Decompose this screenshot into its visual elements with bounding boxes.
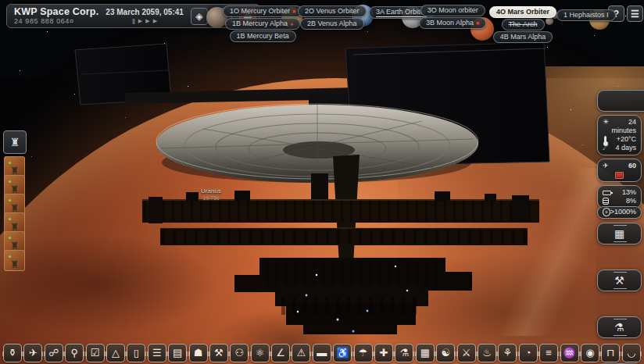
tab-label: The-Arch: [509, 20, 538, 29]
toolbar-rocket-icon[interactable]: ✈: [23, 344, 42, 362]
toolbar-bed-icon[interactable]: ▬: [313, 344, 331, 362]
toolbar-shower-icon[interactable]: ☂: [354, 344, 373, 362]
tab-mercury-alpha[interactable]: 1B Mercury Alpha ●: [225, 18, 300, 30]
tab-moon-alpha[interactable]: 3B Moon Alpha ■: [419, 17, 486, 29]
research-lab-button[interactable]: ⚗: [597, 316, 642, 338]
surface-unit-thumbnail-2[interactable]: ♜: [4, 175, 25, 196]
tab-label: 4O Mars Orbiter: [496, 8, 549, 16]
tab-venus-alpha[interactable]: 2B Venus Alpha: [300, 18, 364, 30]
tab-label: 1 Hephaistos I: [564, 11, 609, 20]
hamburger-icon: ☰: [631, 9, 639, 20]
tab-mercury-beta[interactable]: 1B Mercury Beta: [230, 30, 296, 42]
company-info: KWP Space Corp. 24 985 888 064¤: [14, 7, 98, 25]
tab-label: 4B Mars Alpha: [500, 33, 546, 41]
pause-button[interactable]: ||: [132, 18, 135, 24]
toolbar-toilet-icon[interactable]: ♿: [333, 344, 352, 362]
tab-mars-orbiter[interactable]: 4O Mars Orbiter: [489, 6, 556, 18]
toolbar-antenna-icon[interactable]: ☰: [148, 344, 166, 362]
tab-venus-orbiter[interactable]: 2O Venus Orbiter: [298, 5, 367, 17]
surface-unit-thumbnail-6[interactable]: ♜: [4, 250, 25, 271]
time-controls: || ▶ ▶ ▶: [106, 18, 184, 24]
mercury-station-group: 1O Mercury Orbiter ■ 1B Mercury Alpha ● …: [206, 5, 302, 42]
surface-unit-thumbnail-3[interactable]: ♜: [4, 194, 25, 215]
building-icon: ▦: [614, 227, 624, 240]
space-station-silhouette: [0, 0, 644, 364]
finance-button[interactable]: ◈: [191, 8, 208, 25]
rocket-count: 60: [628, 162, 636, 170]
toolbar-pie-icon[interactable]: ◔: [519, 344, 538, 362]
toolbar-pizza-icon[interactable]: ◉: [581, 344, 599, 362]
build-toolbar: ⚱ ✈ ☍ ⚲ ☑ △ ▯ ☰ ▤ ☗ ⚒ ⚇ ⚛ ∠ ⚠ ▬ ♿ ☂ ✚ ⚗ …: [3, 344, 641, 362]
toolbar-meditation-icon[interactable]: ☯: [436, 344, 455, 362]
toolbar-medical-icon[interactable]: ✚: [374, 344, 393, 362]
toolbar-library-icon[interactable]: ▦: [416, 344, 435, 362]
company-funds: 24 985 888 064¤: [14, 17, 98, 25]
tab-label: 1B Mercury Alpha: [232, 20, 288, 28]
rocket-panel: ✈ 60: [597, 159, 642, 182]
tab-label: 1O Mercury Orbiter: [230, 7, 290, 16]
toolbar-repair-icon[interactable]: ⚒: [209, 344, 228, 362]
maintenance-button[interactable]: ⚒: [597, 269, 642, 291]
main-menu-button[interactable]: ☰: [627, 5, 643, 22]
thermometer-icon: [604, 136, 606, 143]
toolbar-food-bowl-icon[interactable]: ◡: [622, 344, 641, 362]
surface-unit-thumbnail-1[interactable]: ♜: [4, 156, 25, 177]
tab-mars-alpha[interactable]: 4B Mars Alpha: [493, 31, 553, 43]
power-panel: ⚡ >1000%: [597, 206, 642, 219]
fast-forward-button[interactable]: ▶: [145, 18, 149, 24]
surface-unit-thumbnail-4[interactable]: ♜: [4, 212, 25, 234]
temperature-value: +20°C: [617, 135, 636, 144]
robot-icon: ♜: [10, 136, 20, 148]
cargo-alert-icon: [615, 172, 624, 179]
toolbar-burger-icon[interactable]: ≡: [539, 344, 558, 362]
toolbar-spotlight-icon[interactable]: ⚲: [65, 344, 84, 362]
toolbar-door-icon[interactable]: ▯: [127, 344, 145, 362]
tab-the-arch[interactable]: The-Arch: [502, 19, 545, 30]
fuel-tank-icon: [603, 198, 609, 205]
build-button[interactable]: ▦: [597, 223, 642, 244]
tab-hephaistos[interactable]: 1 Hephaistos I: [556, 9, 616, 21]
battery-percent: 13%: [622, 188, 636, 197]
toolbar-robot-icon[interactable]: ⚇: [230, 344, 249, 362]
clock-block: 23 March 2059, 05:41 || ▶ ▶ ▶: [106, 8, 184, 24]
tab-mercury-orbiter[interactable]: 1O Mercury Orbiter ■: [223, 5, 302, 17]
station-overview-button[interactable]: ♜: [3, 130, 27, 154]
toolbar-reactor-icon[interactable]: ⚛: [251, 344, 270, 362]
toolbar-dining-table-icon[interactable]: ⊓: [601, 344, 620, 362]
toolbar-helmet-icon[interactable]: ☗: [189, 344, 208, 362]
power-percent: >1000%: [610, 208, 636, 216]
rocket-icon: ✈: [603, 162, 609, 170]
toolbar-crate-icon[interactable]: ▤: [168, 344, 187, 362]
game-viewport: Uranus 19.73c KWP Space Corp. 24 985 888…: [0, 0, 644, 364]
tab-moon-orbiter[interactable]: 3O Moon orbiter: [420, 5, 485, 16]
surface-unit-thumbnail-5[interactable]: ♜: [4, 231, 25, 252]
power-icon: ⚡: [603, 208, 610, 216]
toolbar-greenhouse-icon[interactable]: ⚘: [498, 344, 517, 362]
tools-icon: ⚒: [614, 274, 624, 287]
toolbar-drafting-icon[interactable]: ∠: [271, 344, 290, 362]
fastest-forward-button[interactable]: ▶: [153, 18, 157, 24]
tab-label: 3O Moon orbiter: [428, 6, 478, 15]
daylight-unit: minutes: [611, 127, 636, 135]
play-button[interactable]: ▶: [138, 18, 142, 24]
toolbar-shield-icon[interactable]: ☑: [86, 344, 105, 362]
toolbar-hazard-icon[interactable]: ⚠: [292, 344, 310, 362]
toolbar-container-icon[interactable]: ⚱: [3, 344, 22, 362]
alert-icon: ■: [292, 9, 295, 14]
toolbar-cutlery-icon[interactable]: ⚔: [457, 344, 476, 362]
lab-flask-icon: ⚗: [614, 321, 624, 334]
daylight-value: 24: [628, 118, 636, 127]
alert-icon: ■: [476, 20, 479, 26]
leave-station-button[interactable]: Leave station: [597, 90, 644, 112]
meteor-countdown: 4 days: [615, 144, 636, 152]
toolbar-ramp-icon[interactable]: △: [106, 344, 125, 362]
toolbar-satellite-icon[interactable]: ☍: [45, 344, 63, 362]
tab-label: 3B Moon Alpha: [426, 19, 474, 27]
toolbar-noodles-icon[interactable]: ♒: [560, 344, 579, 362]
toolbar-kitchen-icon[interactable]: ♨: [478, 344, 496, 362]
toolbar-laboratory-icon[interactable]: ⚗: [395, 344, 413, 362]
tab-label: 2B Venus Alpha: [307, 20, 357, 28]
sun-icon: ☀: [603, 118, 609, 127]
tab-label: 2O Venus Orbiter: [305, 7, 360, 16]
company-name: KWP Space Corp.: [14, 7, 98, 17]
